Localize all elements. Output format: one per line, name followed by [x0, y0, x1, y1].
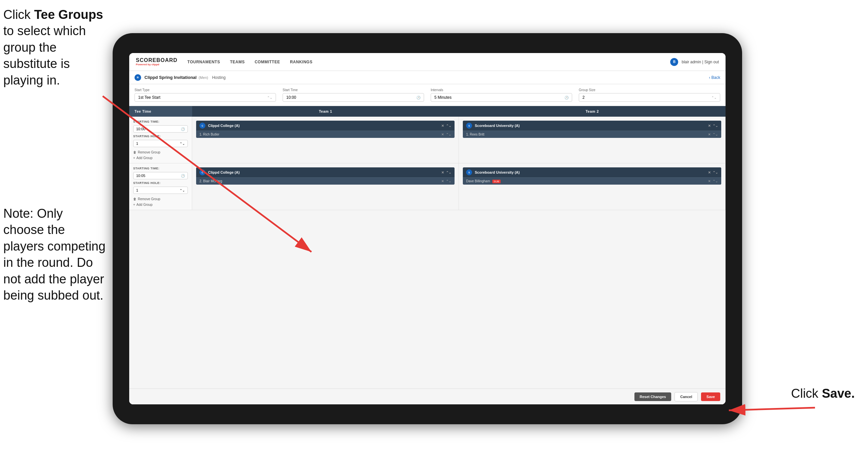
card-expand-2-2[interactable]: ⌃⌄ [713, 171, 718, 174]
start-time-clock-icon: 🕐 [416, 96, 421, 99]
hole-arrow-icon-2: ⌃⌄ [180, 188, 185, 192]
card-close-1-2[interactable]: ✕ [708, 124, 711, 127]
card-close-2-2[interactable]: ✕ [708, 171, 711, 174]
tee-team1-group1: C Clippd College (A) ✕ ⌃⌄ 1. Rich Butler [192, 117, 459, 163]
player-expand-2-2-0[interactable]: ⌃⌄ [713, 179, 718, 183]
card-controls-2-1: ✕ ⌃⌄ [441, 171, 451, 174]
player-remove-1-1-0[interactable]: ✕ [441, 133, 444, 136]
intervals-label: Intervals [431, 88, 572, 92]
cancel-button[interactable]: Cancel [675, 392, 698, 401]
hole-arrow-icon-1: ⌃⌄ [180, 142, 185, 146]
remove-icon-2: 🗑 [133, 197, 136, 201]
start-time-field: Start Time 10:00 🕐 [283, 88, 424, 102]
nav-teams[interactable]: TEAMS [230, 58, 245, 66]
tee-team2-group2: S Scoreboard University (A) ✕ ⌃⌄ Dave Bi… [459, 164, 725, 210]
tee-team2-group1: S Scoreboard University (A) ✕ ⌃⌄ 1. Rees… [459, 117, 725, 163]
starting-time-label-1: STARTING TIME: [133, 120, 188, 123]
starting-time-input-1[interactable]: 10:00 🕐 [133, 125, 188, 133]
card-expand-1-1[interactable]: ⌃⌄ [446, 124, 451, 127]
instruction-line2: to select which group the substitute is … [3, 24, 86, 87]
starting-time-label-2: STARTING TIME: [133, 167, 188, 170]
card-close-1-1[interactable]: ✕ [441, 124, 444, 127]
team-card-1-1: C Clippd College (A) ✕ ⌃⌄ 1. Rich Butler [196, 121, 455, 138]
player-expand-1-1-0[interactable]: ⌃⌄ [446, 133, 451, 136]
player-expand-2-1-0[interactable]: ⌃⌄ [446, 179, 451, 183]
remove-icon-1: 🗑 [133, 150, 136, 154]
player-name-2-1-0: 2. Blair McHarg [199, 179, 222, 183]
player-remove-1-2-0[interactable]: ✕ [708, 133, 711, 136]
remove-group-button-2[interactable]: 🗑 Remove Group [133, 197, 188, 201]
starting-hole-input-2[interactable]: 1 ⌃⌄ [133, 186, 188, 194]
group-size-label: Group Size [579, 88, 720, 92]
time-icon-1: 🕐 [181, 127, 185, 131]
player-remove-2-1-0[interactable]: ✕ [441, 179, 444, 183]
starting-hole-input-1[interactable]: 1 ⌃⌄ [133, 140, 188, 147]
logo-sub: Powered by clippd [136, 63, 178, 66]
start-type-label: Start Type [134, 88, 276, 92]
team-card-header-2-1: C Clippd College (A) ✕ ⌃⌄ [196, 167, 455, 177]
tee-row-2: STARTING TIME: 10:05 🕐 STARTING HOLE: 1 … [129, 164, 725, 210]
player-controls-1-2-0: ✕ ⌃⌄ [708, 133, 718, 136]
intervals-clock-icon: 🕐 [564, 96, 568, 99]
team-name-1-2: Scoreboard University (A) [475, 124, 705, 127]
player-row-1-2-0: 1. Rees Britt ✕ ⌃⌄ [463, 130, 721, 138]
svg-line-2 [729, 408, 815, 410]
player-expand-1-2-0[interactable]: ⌃⌄ [713, 133, 718, 136]
card-expand-1-2[interactable]: ⌃⌄ [713, 124, 718, 127]
start-type-input[interactable]: 1st Tee Start ⌃⌄ [134, 93, 276, 102]
nav-user-text: blair admin | Sign out [681, 60, 719, 64]
team-avatar-1-2: S [466, 123, 472, 128]
player-controls-1-1-0: ✕ ⌃⌄ [441, 133, 451, 136]
tee-left-1: STARTING TIME: 10:00 🕐 STARTING HOLE: 1 … [129, 117, 192, 163]
instruction-line1: Click [3, 8, 34, 22]
card-controls-1-2: ✕ ⌃⌄ [708, 124, 718, 127]
start-type-field: Start Type 1st Tee Start ⌃⌄ [134, 88, 276, 102]
add-group-button-1[interactable]: + Add Group [133, 156, 188, 160]
nav-tournaments[interactable]: TOURNAMENTS [187, 58, 220, 66]
sub-header-title: Clippd Spring Invitational [145, 75, 196, 80]
player-row-2-2-0: Dave Billingham SUB ✕ ⌃⌄ [463, 177, 721, 185]
add-group-button-2[interactable]: + Add Group [133, 203, 188, 206]
player-remove-2-2-0[interactable]: ✕ [708, 179, 711, 183]
team-avatar-2-1: C [199, 169, 206, 175]
team-avatar-2-2: S [466, 169, 472, 175]
add-icon-1: + [133, 156, 135, 160]
back-button[interactable]: ‹ Back [709, 75, 720, 80]
bottom-bar: Reset Changes Cancel Save [129, 388, 725, 404]
remove-group-button-1[interactable]: 🗑 Remove Group [133, 150, 188, 154]
tee-team1-group2: C Clippd College (A) ✕ ⌃⌄ 2. Blair McHar… [192, 164, 459, 210]
tablet-screen: SCOREBOARD Powered by clippd TOURNAMENTS… [129, 53, 725, 404]
group-size-field: Group Size 2 ⌃⌄ [579, 88, 720, 102]
start-type-arrow-icon: ⌃⌄ [267, 96, 272, 99]
intervals-field: Intervals 5 Minutes 🕐 [431, 88, 572, 102]
team-card-header-1-1: C Clippd College (A) ✕ ⌃⌄ [196, 121, 455, 130]
nav-links: TOURNAMENTS TEAMS COMMITTEE RANKINGS [187, 58, 671, 66]
th-tee-time: Tee Time [129, 106, 192, 117]
card-close-2-1[interactable]: ✕ [441, 171, 444, 174]
save-instruction-bold: Save. [822, 386, 855, 400]
intervals-input[interactable]: 5 Minutes 🕐 [431, 93, 572, 102]
card-controls-2-2: ✕ ⌃⌄ [708, 171, 718, 174]
starting-time-input-2[interactable]: 10:05 🕐 [133, 172, 188, 179]
starting-hole-label-2: STARTING HOLE: [133, 181, 188, 185]
nav-avatar: B [670, 58, 678, 66]
card-expand-2-1[interactable]: ⌃⌄ [446, 171, 451, 174]
nav-committee[interactable]: COMMITTEE [255, 58, 280, 66]
instruction-text: Click Tee Groups to select which group t… [3, 7, 106, 88]
tee-left-2: STARTING TIME: 10:05 🕐 STARTING HOLE: 1 … [129, 164, 192, 210]
note-text: Note: Only choose the players competing … [3, 205, 106, 303]
th-team2: Team 2 [459, 106, 725, 117]
team-name-2-2: Scoreboard University (A) [475, 170, 705, 174]
add-icon-2: + [133, 203, 135, 206]
navbar: SCOREBOARD Powered by clippd TOURNAMENTS… [129, 53, 725, 71]
group-size-input[interactable]: 2 ⌃⌄ [579, 93, 720, 102]
player-row-2-1-0: 2. Blair McHarg ✕ ⌃⌄ [196, 177, 455, 185]
reset-changes-button[interactable]: Reset Changes [634, 392, 671, 401]
sub-header-hosting: Hosting [212, 75, 226, 80]
tablet-device: SCOREBOARD Powered by clippd TOURNAMENTS… [113, 33, 742, 424]
nav-rankings[interactable]: RANKINGS [290, 58, 312, 66]
save-button[interactable]: Save [701, 392, 720, 401]
start-time-input[interactable]: 10:00 🕐 [283, 93, 424, 102]
note-bold-prefix: Note: Only choose the players competing … [3, 206, 105, 302]
starting-hole-label-1: STARTING HOLE: [133, 135, 188, 138]
